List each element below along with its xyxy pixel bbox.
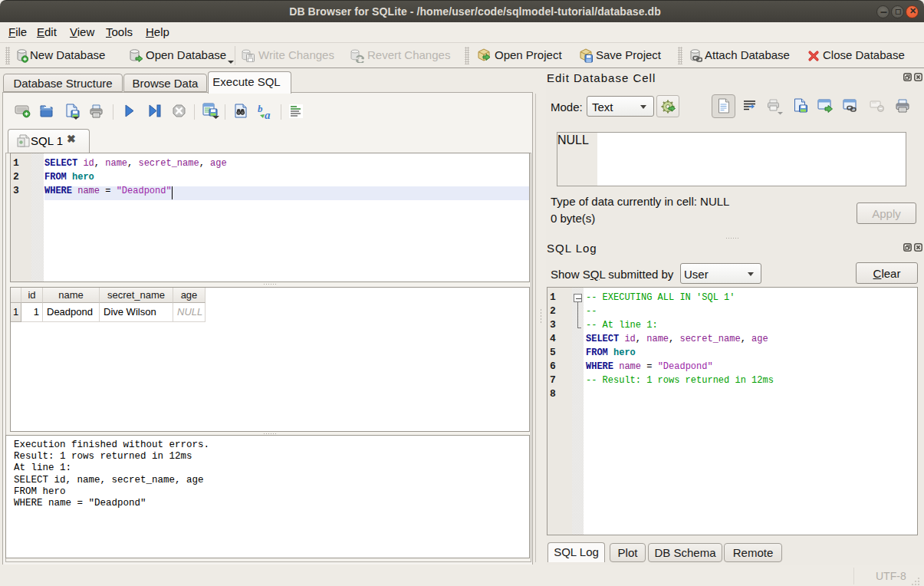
svg-text:b: b (258, 104, 263, 114)
svg-text:a: a (265, 109, 271, 120)
